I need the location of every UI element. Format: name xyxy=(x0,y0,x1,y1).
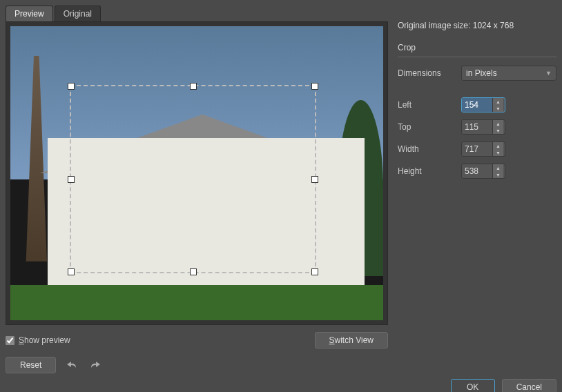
image-placeholder xyxy=(10,26,383,320)
left-spinner[interactable]: ▲ ▼ xyxy=(461,97,505,112)
tab-original[interactable]: Original xyxy=(55,6,101,21)
left-spin-down[interactable]: ▼ xyxy=(492,105,503,112)
top-spin-up[interactable]: ▲ xyxy=(492,120,503,127)
left-input[interactable] xyxy=(462,98,492,112)
crop-handle-n[interactable] xyxy=(190,83,197,90)
crop-handle-w[interactable] xyxy=(68,176,75,183)
ok-button[interactable]: OK xyxy=(451,379,495,392)
crop-handle-ne[interactable] xyxy=(311,83,318,90)
width-spin-down[interactable]: ▼ xyxy=(492,149,503,156)
top-spin-down[interactable]: ▼ xyxy=(492,127,503,134)
height-spinner[interactable]: ▲ ▼ xyxy=(461,164,505,179)
cancel-button[interactable]: Cancel xyxy=(502,379,556,392)
redo-button[interactable] xyxy=(88,357,103,373)
original-size-label: Original image size: 1024 x 768 xyxy=(398,21,556,30)
crop-section-title: Crop xyxy=(398,43,556,52)
show-preview-label: Show preview xyxy=(19,335,70,345)
crop-handle-sw[interactable] xyxy=(68,268,75,275)
crop-handle-e[interactable] xyxy=(311,176,318,183)
height-input[interactable] xyxy=(462,164,492,178)
height-label: Height xyxy=(398,166,454,176)
show-preview-input[interactable] xyxy=(6,336,14,345)
show-preview-checkbox[interactable]: Show preview xyxy=(6,335,70,345)
width-spin-up[interactable]: ▲ xyxy=(492,142,503,149)
divider xyxy=(398,57,556,57)
preview-image[interactable] xyxy=(10,26,383,320)
reset-button[interactable]: Reset xyxy=(6,357,56,373)
width-label: Width xyxy=(398,144,454,154)
dimensions-value: in Pixels xyxy=(466,68,497,78)
top-spinner[interactable]: ▲ ▼ xyxy=(461,119,505,135)
crop-handle-s[interactable] xyxy=(190,268,197,275)
height-spin-up[interactable]: ▲ xyxy=(492,164,503,171)
height-spin-down[interactable]: ▼ xyxy=(492,171,503,178)
undo-button[interactable] xyxy=(64,357,79,373)
dimensions-label: Dimensions xyxy=(398,68,454,78)
crop-handle-nw[interactable] xyxy=(68,83,75,90)
width-input[interactable] xyxy=(462,142,492,156)
width-spinner[interactable]: ▲ ▼ xyxy=(461,141,505,157)
dimensions-dropdown[interactable]: in Pixels ▼ xyxy=(461,66,556,81)
undo-arrow-icon xyxy=(67,360,77,369)
top-input[interactable] xyxy=(462,120,492,134)
chevron-down-icon: ▼ xyxy=(545,70,552,77)
top-label: Top xyxy=(398,122,454,132)
crop-handle-se[interactable] xyxy=(311,268,318,275)
left-label: Left xyxy=(398,100,454,110)
switch-view-button[interactable]: Switch View xyxy=(315,332,388,349)
tab-preview[interactable]: Preview xyxy=(6,6,53,21)
redo-arrow-icon xyxy=(90,360,100,369)
left-spin-up[interactable]: ▲ xyxy=(492,98,503,105)
preview-frame xyxy=(6,21,388,325)
